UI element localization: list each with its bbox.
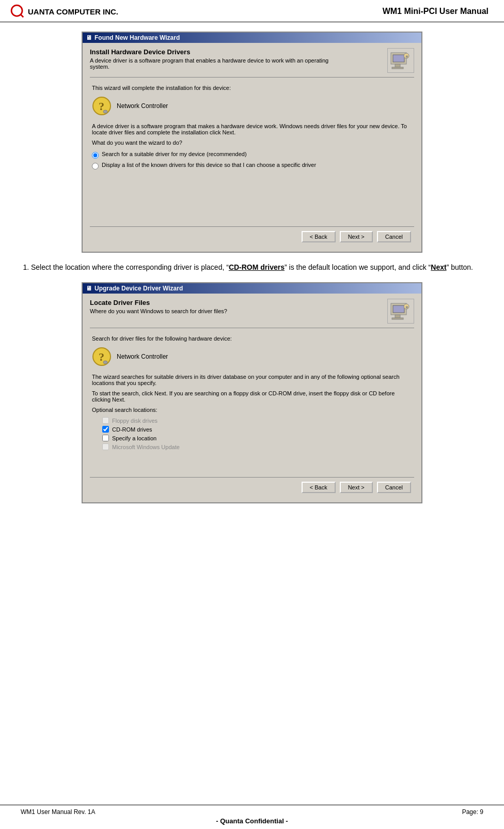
svg-rect-14 xyxy=(392,318,403,319)
dialog1-body-text: A device driver is a software program th… xyxy=(92,123,412,135)
instruction-text3: ” button. xyxy=(447,263,473,271)
dialog2-cancel-button[interactable]: Cancel xyxy=(377,482,411,493)
dialog2-top-left: Locate Driver Files Where do you want Wi… xyxy=(90,299,227,314)
dialog1-content-area: This wizard will complete the installati… xyxy=(90,82,414,226)
dialog-upgrade-device-driver: 🖥 Upgrade Device Driver Wizard Locate Dr… xyxy=(82,282,422,503)
dialog1-radio1-label: Search for a suitable driver for my devi… xyxy=(102,151,247,157)
dialog1-next-button[interactable]: Next > xyxy=(340,231,373,242)
dialog2-top-icon: ✱ xyxy=(387,299,414,324)
svg-text:✱: ✱ xyxy=(405,55,408,58)
document-title: WM1 Mini-PCI User Manual xyxy=(383,7,489,16)
dialog1-titlebar: 🖥 Found New Hardware Wizard xyxy=(83,33,421,43)
checkbox-winupdate xyxy=(102,443,109,450)
dialog1-question-text: What do you want the wizard to do? xyxy=(92,140,412,146)
dialog2-top-desc: Where do you want Windows to search for … xyxy=(90,308,227,314)
checkbox-floppy-label: Floppy disk drives xyxy=(112,418,158,424)
dialog1-radio-item-1: Search for a suitable driver for my devi… xyxy=(92,151,412,159)
checkbox-item-cdrom: CD-ROM drives xyxy=(102,426,412,433)
dialog2-device-icon: ? xyxy=(92,347,112,366)
dialog2-device-name: Network Controller xyxy=(117,353,168,360)
dialog1-top-desc: A device driver is a software program th… xyxy=(90,57,348,70)
svg-rect-3 xyxy=(393,55,404,62)
dialog1-wizard-text: This wizard will complete the installati… xyxy=(92,85,412,91)
dialog-found-new-hardware: 🖥 Found New Hardware Wizard Install Hard… xyxy=(82,32,422,253)
quanta-logo-icon xyxy=(10,4,25,19)
dialog1-device-icon: ? xyxy=(92,96,112,116)
dialog1-radio2-label: Display a list of the known drivers for … xyxy=(102,162,316,168)
dialog2-body: Locate Driver Files Where do you want Wi… xyxy=(83,294,421,502)
checkbox-item-winupdate: Microsoft Windows Update xyxy=(102,443,412,450)
dialog2-search-text: Search for driver files for the followin… xyxy=(92,335,412,342)
svg-rect-13 xyxy=(395,315,400,318)
svg-rect-4 xyxy=(395,64,400,67)
dialog1-top-section: Install Hardware Device Drivers A device… xyxy=(90,48,414,78)
page-header: UANTA COMPUTER INC. WM1 Mini-PCI User Ma… xyxy=(0,0,504,22)
dialog2-device-item: ? Network Controller xyxy=(92,347,412,366)
checkbox-winupdate-label: Microsoft Windows Update xyxy=(112,444,180,450)
svg-rect-12 xyxy=(393,305,404,313)
dialog1-radio-list[interactable] xyxy=(92,163,99,170)
checkbox-item-specify: Specify a location xyxy=(102,435,412,441)
optional-label: Optional search locations: xyxy=(92,407,412,413)
dialog1-top-icon: ✱ xyxy=(387,48,414,73)
checkbox-item-floppy: Floppy disk drives xyxy=(102,417,412,424)
dialog2-heading: Locate Driver Files xyxy=(90,299,227,306)
company-label: UANTA COMPUTER INC. xyxy=(28,7,118,16)
instruction-text: Select the location where the correspond… xyxy=(21,262,483,273)
dialog1-back-button[interactable]: < Back xyxy=(302,231,336,242)
dialog1-device-name: Network Controller xyxy=(117,102,168,110)
dialog2-footer: < Back Next > Cancel xyxy=(90,477,414,495)
dialog2-content-area: Search for driver files for the followin… xyxy=(90,332,414,477)
page-footer: WM1 User Manual Rev. 1A Page: 9 xyxy=(0,805,504,819)
dialog1-footer: < Back Next > Cancel xyxy=(90,226,414,244)
dialog1-device-item: ? Network Controller xyxy=(92,96,412,116)
footer-right: Page: 9 xyxy=(462,808,483,816)
checkbox-cdrom-label: CD-ROM drives xyxy=(112,426,152,433)
dialog1-title-text: Found New Hardware Wizard xyxy=(94,34,180,41)
checkbox-specify-label: Specify a location xyxy=(112,435,156,441)
instruction-text1: Select the location where the correspond… xyxy=(31,263,229,271)
dialog1-heading: Install Hardware Device Drivers xyxy=(90,48,348,56)
svg-text:✱: ✱ xyxy=(405,305,408,309)
svg-rect-5 xyxy=(392,67,403,69)
svg-line-1 xyxy=(21,14,24,18)
page-content: 🖥 Found New Hardware Wizard Install Hard… xyxy=(0,22,504,518)
dialog1-radio-group: Search for a suitable driver for my devi… xyxy=(92,151,412,170)
dialog1-cancel-button[interactable]: Cancel xyxy=(377,231,411,242)
dialog1-title-icon: 🖥 xyxy=(86,34,92,41)
dialog2-body-text1: The wizard searches for suitable drivers… xyxy=(92,374,412,386)
checkbox-group: Floppy disk drives CD-ROM drives Specify… xyxy=(102,417,412,450)
dialog2-next-button[interactable]: Next > xyxy=(340,482,373,493)
checkbox-cdrom[interactable] xyxy=(102,426,109,433)
dialog2-title-icon: 🖥 xyxy=(86,285,92,292)
dialog1-body: Install Hardware Device Drivers A device… xyxy=(83,43,421,252)
company-name: UANTA COMPUTER INC. xyxy=(10,4,118,19)
checkbox-floppy xyxy=(102,417,109,424)
footer-center: - Quanta Confidential - xyxy=(216,817,288,825)
dialog1-top-left: Install Hardware Device Drivers A device… xyxy=(90,48,348,70)
svg-point-10 xyxy=(103,110,107,113)
dialog2-back-button[interactable]: < Back xyxy=(302,482,336,493)
instruction-highlight: CD-ROM drivers xyxy=(229,263,285,271)
dialog1-radio-item-2: Display a list of the known drivers for … xyxy=(92,162,412,170)
dialog1-radio-search[interactable] xyxy=(92,152,99,159)
dialog2-title-text: Upgrade Device Driver Wizard xyxy=(94,285,183,292)
instruction-text2: ” is the default location we support, an… xyxy=(285,263,431,271)
dialog2-top-section: Locate Driver Files Where do you want Wi… xyxy=(90,299,414,328)
svg-point-19 xyxy=(103,361,107,364)
dialog2-body-text2: To start the search, click Next. If you … xyxy=(92,390,412,403)
dialog2-titlebar: 🖥 Upgrade Device Driver Wizard xyxy=(83,283,421,294)
optional-locations-section: Optional search locations: Floppy disk d… xyxy=(92,407,412,450)
footer-left: WM1 User Manual Rev. 1A xyxy=(21,808,96,816)
instruction-highlight2: Next xyxy=(431,263,446,271)
checkbox-specify[interactable] xyxy=(102,435,109,441)
